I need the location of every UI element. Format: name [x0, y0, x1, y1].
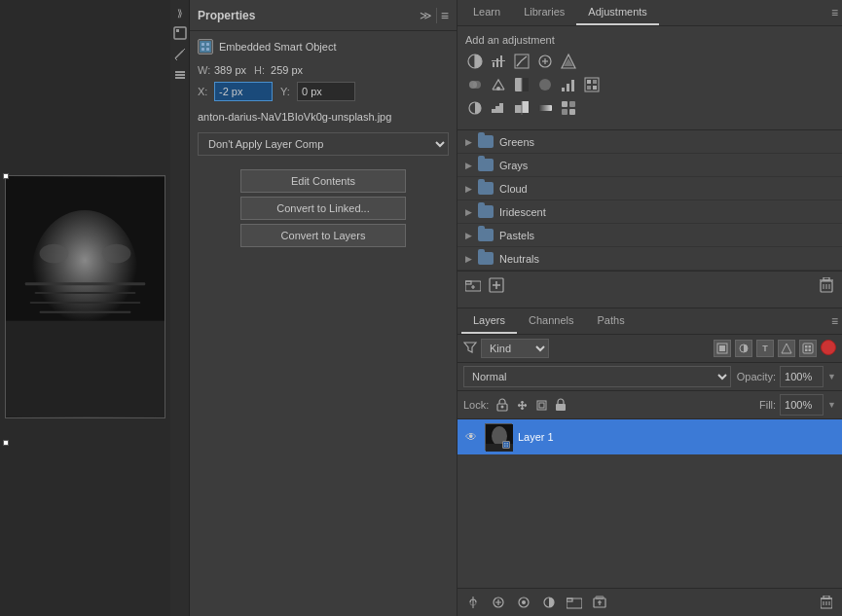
- add-layer-style-icon[interactable]: [489, 593, 508, 612]
- panel-title: Properties: [198, 9, 255, 22]
- smart-object-badge: [502, 441, 510, 449]
- new-folder-icon[interactable]: [463, 275, 483, 295]
- svg-rect-18: [201, 43, 204, 46]
- hue-saturation-icon[interactable]: [465, 75, 485, 94]
- convert-linked-button[interactable]: Convert to Linked...: [240, 197, 406, 220]
- filter-shape-icon[interactable]: [778, 340, 795, 357]
- height-value: 259 px: [271, 64, 303, 76]
- layer-comp-dropdown[interactable]: Don't Apply Layer Comp: [198, 132, 449, 156]
- vibrance-icon[interactable]: [559, 52, 578, 71]
- new-layer-icon[interactable]: [590, 593, 609, 612]
- selective-color-icon[interactable]: [559, 98, 578, 118]
- svg-rect-53: [569, 101, 575, 107]
- gradient-map-icon[interactable]: [535, 98, 555, 118]
- tab-libraries[interactable]: Libraries: [512, 0, 576, 25]
- tab-layers[interactable]: Layers: [461, 308, 517, 334]
- right-full-panel: Learn Libraries Adjustments ≡ Add an adj…: [458, 0, 842, 616]
- canvas-handle-bl[interactable]: [3, 440, 9, 446]
- svg-rect-85: [507, 446, 509, 448]
- panel-menu-icon-right[interactable]: ≡: [831, 6, 838, 19]
- fill-dropdown-arrow[interactable]: ▼: [827, 400, 836, 410]
- svg-rect-68: [803, 344, 813, 353]
- lock-label: Lock:: [463, 399, 489, 411]
- tab-paths[interactable]: Paths: [586, 308, 637, 334]
- invert-icon[interactable]: [465, 98, 485, 118]
- portrait-image: [6, 176, 165, 417]
- smart-object-label: Embedded Smart Object: [219, 41, 336, 53]
- svg-rect-21: [206, 48, 209, 51]
- svg-rect-91: [567, 598, 582, 608]
- filter-kind-select[interactable]: Kind: [481, 339, 549, 358]
- curves-icon[interactable]: [512, 52, 531, 71]
- library-item-cloud[interactable]: ▶ Cloud: [458, 177, 842, 200]
- width-value: 389 px: [214, 64, 246, 76]
- filter-smart-object-filter-icon[interactable]: [799, 340, 817, 357]
- layers-menu-icon[interactable]: ≡: [831, 314, 838, 328]
- add-layer-mask-icon[interactable]: [514, 593, 533, 612]
- new-fill-adj-icon[interactable]: [539, 593, 559, 612]
- lock-pixels-icon[interactable]: [494, 397, 510, 413]
- library-item-iridescent[interactable]: ▶ Iridescent: [458, 200, 842, 224]
- blend-mode-select[interactable]: Normal: [463, 366, 731, 387]
- convert-layers-button[interactable]: Convert to Layers: [240, 224, 406, 247]
- delete-library-icon[interactable]: [817, 275, 836, 295]
- svg-rect-97: [824, 596, 829, 598]
- filter-icon: [463, 342, 477, 355]
- photo-filter-icon[interactable]: [535, 75, 555, 94]
- library-item-pastels[interactable]: ▶ Pastels: [458, 224, 842, 247]
- toolbar-icon-1[interactable]: ⟫: [171, 4, 189, 21]
- lock-all-icon[interactable]: [553, 397, 568, 413]
- lock-position-icon[interactable]: [514, 397, 530, 413]
- new-group-icon[interactable]: [565, 593, 584, 612]
- lock-fill-row: Lock: Fill: ▼: [458, 391, 842, 419]
- x-input[interactable]: [214, 82, 273, 101]
- black-white-icon[interactable]: [512, 75, 531, 94]
- y-input[interactable]: [297, 82, 355, 101]
- svg-rect-81: [503, 442, 509, 448]
- tab-learn[interactable]: Learn: [461, 0, 512, 25]
- library-item-greens[interactable]: ▶ Greens: [458, 130, 842, 154]
- expand-icon[interactable]: ≫: [420, 9, 432, 22]
- threshold-icon[interactable]: [512, 98, 531, 118]
- svg-rect-44: [593, 80, 597, 84]
- layer-visibility-toggle[interactable]: 👁: [463, 429, 479, 445]
- link-layers-icon[interactable]: [463, 593, 483, 612]
- edit-contents-button[interactable]: Edit Contents: [240, 169, 406, 193]
- channel-mixer-icon[interactable]: [559, 75, 578, 94]
- color-lookup-icon[interactable]: [582, 75, 602, 94]
- properties-icon: [173, 26, 187, 40]
- color-balance-icon[interactable]: [489, 75, 508, 94]
- svg-line-12: [183, 49, 185, 51]
- svg-rect-48: [515, 105, 522, 113]
- exposure-icon[interactable]: [535, 52, 555, 71]
- delete-layer-icon[interactable]: [817, 593, 836, 612]
- new-item-icon[interactable]: [487, 275, 506, 295]
- posterize-icon[interactable]: [489, 98, 508, 118]
- filename: anton-darius-NaV1BIoVk0g-unsplash.jpg: [198, 111, 449, 123]
- filter-text-icon[interactable]: T: [756, 340, 774, 357]
- toolbar-icon-2[interactable]: [171, 24, 189, 42]
- layer-row-layer1[interactable]: 👁 Layer 1: [458, 419, 842, 454]
- filter-toggle[interactable]: [821, 340, 836, 355]
- tab-channels[interactable]: Channels: [517, 308, 585, 334]
- tab-adjustments[interactable]: Adjustments: [576, 0, 659, 25]
- canvas-handle-tl[interactable]: [3, 173, 9, 179]
- library-item-grays[interactable]: ▶ Grays: [458, 154, 842, 177]
- levels-icon[interactable]: [489, 52, 508, 71]
- toolbar-icon-4[interactable]: [171, 65, 189, 83]
- brightness-contrast-icon[interactable]: [465, 52, 485, 71]
- filter-adjustment-icon[interactable]: [735, 340, 752, 357]
- opacity-label: Opacity:: [737, 371, 776, 382]
- fill-input[interactable]: [780, 394, 824, 416]
- layers-filter-bar: Kind T: [458, 335, 842, 363]
- svg-rect-15: [175, 74, 185, 76]
- toolbar-icon-3[interactable]: [171, 45, 189, 62]
- width-group: W: 389 px: [198, 64, 246, 76]
- filter-pixel-icon[interactable]: [714, 340, 731, 357]
- library-item-neutrals[interactable]: ▶ Neutrals: [458, 247, 842, 271]
- width-label: W:: [198, 64, 211, 76]
- opacity-input[interactable]: [780, 366, 824, 387]
- lock-artboards-icon[interactable]: [533, 397, 549, 413]
- opacity-dropdown-arrow[interactable]: ▼: [827, 372, 836, 381]
- menu-icon[interactable]: ≡: [441, 8, 449, 23]
